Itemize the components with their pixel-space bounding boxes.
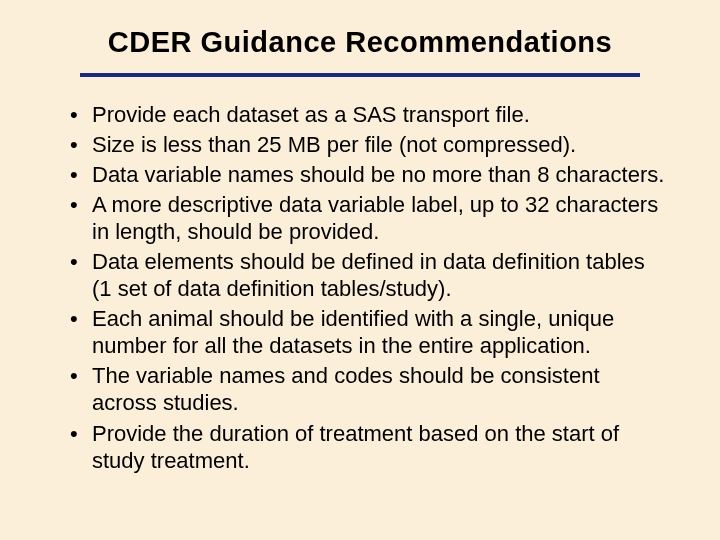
slide: CDER Guidance Recommendations Provide ea… (0, 0, 720, 540)
list-item: Provide each dataset as a SAS transport … (70, 101, 670, 128)
list-item: Each animal should be identified with a … (70, 305, 670, 359)
list-item-text: Provide each dataset as a SAS transport … (92, 102, 530, 127)
list-item-text: Provide the duration of treatment based … (92, 421, 619, 473)
list-item: Data elements should be defined in data … (70, 248, 670, 302)
list-item-text: Data elements should be defined in data … (92, 249, 645, 301)
list-item: Data variable names should be no more th… (70, 161, 670, 188)
list-item: Size is less than 25 MB per file (not co… (70, 131, 670, 158)
title-underline (80, 73, 640, 77)
list-item-text: Size is less than 25 MB per file (not co… (92, 132, 576, 157)
list-item-text: A more descriptive data variable label, … (92, 192, 658, 244)
list-item-text: The variable names and codes should be c… (92, 363, 600, 415)
list-item-text: Data variable names should be no more th… (92, 162, 664, 187)
list-item: Provide the duration of treatment based … (70, 420, 670, 474)
list-item: A more descriptive data variable label, … (70, 191, 670, 245)
bullet-list: Provide each dataset as a SAS transport … (70, 101, 670, 474)
list-item-text: Each animal should be identified with a … (92, 306, 614, 358)
list-item: The variable names and codes should be c… (70, 362, 670, 416)
slide-title: CDER Guidance Recommendations (50, 26, 670, 59)
